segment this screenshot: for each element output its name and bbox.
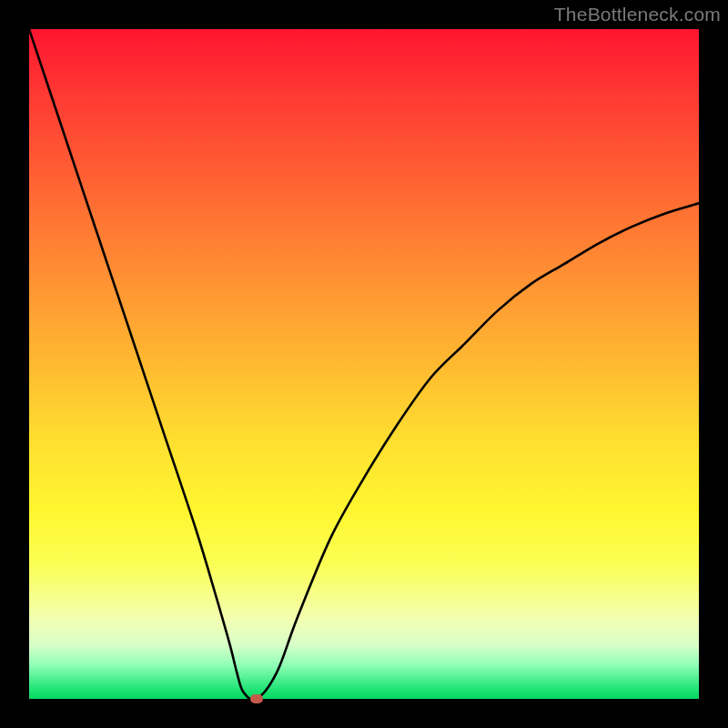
plot-area bbox=[29, 29, 699, 699]
bottleneck-curve bbox=[29, 29, 699, 699]
minimum-marker bbox=[250, 694, 263, 703]
chart-frame: TheBottleneck.com bbox=[0, 0, 728, 728]
watermark-text: TheBottleneck.com bbox=[554, 4, 721, 25]
